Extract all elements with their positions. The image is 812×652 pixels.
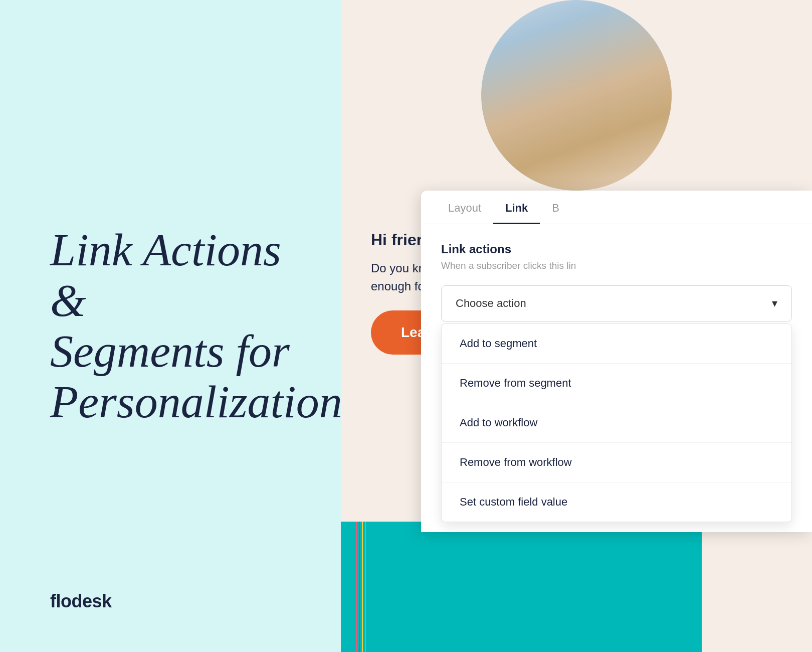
section-title: Link actions: [441, 242, 792, 256]
person-image: [481, 0, 672, 191]
email-preview-panel: Hi friend! Do you know how happy it make…: [341, 0, 812, 652]
line-purple: [359, 522, 360, 652]
editor-panel: Layout Link B Link actions When a subscr…: [421, 191, 812, 532]
chevron-down-icon: ▾: [772, 297, 777, 310]
menu-item-set-custom-field[interactable]: Set custom field value: [442, 482, 791, 522]
tab-b[interactable]: B: [540, 191, 571, 224]
portrait-circle: [481, 0, 672, 191]
action-dropdown[interactable]: Choose action ▾: [441, 285, 792, 321]
color-lines: [356, 522, 366, 652]
brand-logo: flodesk: [50, 591, 112, 612]
line-yellow: [362, 522, 363, 652]
tab-bar: Layout Link B: [421, 191, 812, 224]
teal-bottom-section: [341, 522, 702, 652]
menu-item-add-workflow[interactable]: Add to workflow: [442, 403, 791, 443]
email-header: [341, 0, 812, 211]
menu-item-remove-segment[interactable]: Remove from segment: [442, 364, 791, 403]
section-subtitle: When a subscriber clicks this lin: [441, 260, 792, 271]
main-title: Link Actions & Segments for Personalizat…: [50, 225, 301, 428]
left-panel: Link Actions & Segments for Personalizat…: [0, 0, 341, 652]
line-green: [365, 522, 366, 652]
menu-item-add-segment[interactable]: Add to segment: [442, 324, 791, 364]
tab-link[interactable]: Link: [493, 191, 540, 224]
dropdown-menu: Add to segment Remove from segment Add t…: [441, 323, 792, 522]
menu-item-remove-workflow[interactable]: Remove from workflow: [442, 443, 791, 482]
link-actions-section: Link actions When a subscriber clicks th…: [421, 224, 812, 532]
line-pink: [356, 522, 357, 652]
dropdown-placeholder: Choose action: [456, 297, 526, 310]
tab-layout[interactable]: Layout: [436, 191, 493, 224]
